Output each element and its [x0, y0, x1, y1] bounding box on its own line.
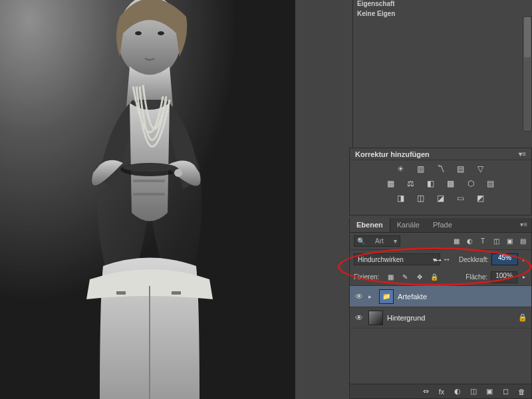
adj-channelmixer-icon[interactable]: ⬡	[465, 179, 477, 188]
properties-scrollbar[interactable]	[523, 16, 532, 132]
adj-vibrance-icon[interactable]: ▽	[475, 164, 487, 174]
lock-all-icon[interactable]: 🔒	[429, 273, 440, 282]
layers-footer: ⇔ fx ◐ ◫ ▣ ◻ 🗑	[350, 384, 531, 398]
new-adjustment-icon[interactable]: ◫	[469, 387, 478, 396]
properties-panel: Eigenschaft Keine Eigen	[352, 0, 532, 148]
lock-pixels-icon[interactable]: ✎	[400, 273, 410, 282]
adj-levels-icon[interactable]: ▥	[415, 164, 427, 174]
adj-exposure-icon[interactable]: ▤	[455, 164, 467, 174]
adj-colorlookup-icon[interactable]: ▤	[485, 179, 497, 188]
new-layer-icon[interactable]: ◻	[501, 387, 510, 396]
properties-header: Eigenschaft	[353, 0, 532, 7]
filter-pixel-icon[interactable]: ▦	[452, 237, 461, 246]
layer-filter-kind[interactable]: 🔍 Art ▾	[354, 235, 400, 247]
adj-hsl-icon[interactable]: ▦	[385, 179, 397, 188]
panel-menu-icon[interactable]: ▾≡	[519, 150, 526, 158]
chevron-down-icon: ▾	[394, 237, 397, 245]
canvas-area[interactable]	[0, 0, 295, 399]
adj-threshold-icon[interactable]: ◪	[435, 194, 447, 203]
disclosure-triangle-icon[interactable]: ▸	[368, 293, 375, 300]
add-mask-icon[interactable]: ◐	[453, 387, 462, 396]
filter-toggle-icon[interactable]: ▤	[518, 237, 527, 246]
svg-rect-12	[0, 0, 295, 399]
adj-bw-icon[interactable]: ◧	[425, 179, 437, 188]
opacity-label: Deckkraft:	[459, 256, 489, 263]
layers-panel: Ebenen Kanäle Pfade ▾≡ 🔍 Art ▾ ▦ ◐ T ◫ ▣…	[349, 218, 532, 399]
visibility-toggle[interactable]: 👁	[354, 292, 364, 301]
filter-shape-icon[interactable]: ◫	[491, 237, 501, 246]
adj-posterize-icon[interactable]: ◫	[415, 194, 427, 203]
layer-row-group[interactable]: 👁 ▸ 📁 Artefakte	[350, 286, 531, 307]
fx-icon[interactable]: fx	[437, 387, 446, 396]
folder-icon: 📁	[379, 289, 394, 304]
layer-name[interactable]: Artefakte	[398, 293, 427, 301]
adj-curves-icon[interactable]: 〽	[435, 164, 447, 174]
tab-layers[interactable]: Ebenen	[350, 218, 390, 232]
fill-input[interactable]: 100%	[491, 271, 517, 283]
tab-paths[interactable]: Pfade	[426, 218, 459, 232]
adjustments-title: Korrektur hinzufügen	[355, 150, 430, 158]
adj-invert-icon[interactable]: ◨	[395, 194, 407, 203]
filter-kind-label: Art	[375, 237, 384, 245]
properties-empty: Keine Eigen	[353, 7, 532, 20]
opacity-input[interactable]: 45%	[491, 253, 518, 265]
adj-balance-icon[interactable]: ⚖	[405, 179, 417, 188]
filter-type-icon[interactable]: T	[478, 237, 487, 246]
opacity-flyout-icon[interactable]: ▸	[521, 257, 527, 263]
filter-smart-icon[interactable]: ▣	[505, 237, 514, 246]
blend-mode-dropdown[interactable]: Hindurchwirken ▾	[354, 253, 440, 265]
lock-label: Fixieren:	[354, 273, 379, 281]
link-layers-icon[interactable]: ⇔	[421, 387, 430, 396]
document-image	[0, 0, 295, 399]
adj-brightness-icon[interactable]: ☀	[395, 164, 407, 174]
scrub-cursor-icon: ↔	[443, 255, 451, 264]
adjustments-panel: Korrektur hinzufügen ▾≡ ☀ ▥ 〽 ▤ ▽ ▦ ⚖ ◧ …	[349, 148, 532, 215]
filter-adjust-icon[interactable]: ◐	[465, 237, 474, 246]
layer-list: 👁 ▸ 📁 Artefakte 👁 Hintergrund 🔒	[350, 286, 531, 329]
chevron-down-icon: ▾	[433, 256, 436, 263]
lock-icon: 🔒	[518, 313, 527, 322]
tab-channels[interactable]: Kanäle	[390, 218, 426, 232]
new-group-icon[interactable]: ▣	[485, 387, 494, 396]
adj-selective-icon[interactable]: ◩	[475, 194, 487, 203]
delete-layer-icon[interactable]: 🗑	[517, 387, 526, 396]
blend-mode-value: Hindurchwirken	[358, 256, 404, 263]
adj-gradmap-icon[interactable]: ▭	[455, 194, 467, 203]
lock-transparency-icon[interactable]: ▦	[385, 273, 396, 282]
search-icon: 🔍	[357, 237, 365, 245]
layer-name[interactable]: Hintergrund	[387, 314, 425, 322]
fill-flyout-icon[interactable]: ▸	[521, 274, 527, 280]
layer-row-image[interactable]: 👁 Hintergrund 🔒	[350, 307, 531, 329]
fill-label: Fläche:	[466, 273, 487, 281]
visibility-toggle[interactable]: 👁	[354, 313, 364, 323]
lock-position-icon[interactable]: ✥	[414, 273, 425, 282]
layer-thumbnail[interactable]	[368, 311, 383, 325]
adj-photofilter-icon[interactable]: ▩	[445, 179, 457, 188]
panel-menu-icon[interactable]: ▾≡	[516, 218, 531, 232]
